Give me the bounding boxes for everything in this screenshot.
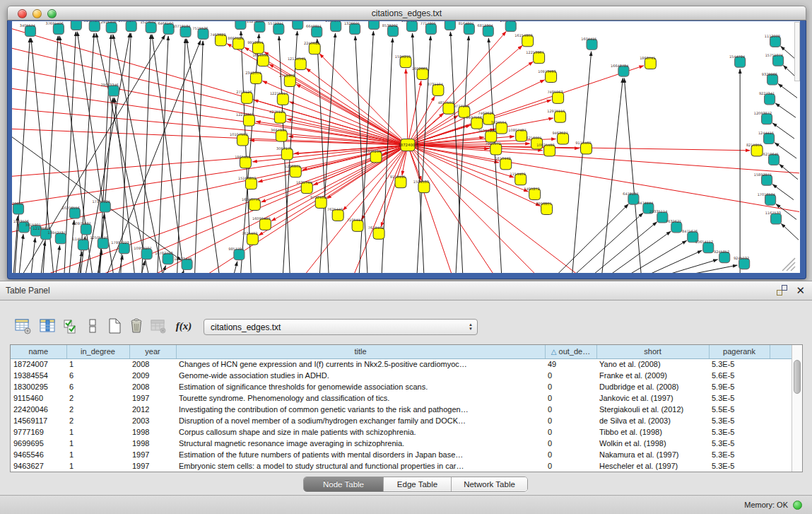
citation-edge-red[interactable]	[406, 69, 408, 145]
table-row[interactable]: 977716911998Corpus callosum shape and si…	[11, 426, 792, 438]
graph-node[interactable]	[369, 21, 379, 29]
citation-edge-black[interactable]	[56, 245, 60, 273]
graph-node-label: 7463822	[210, 33, 225, 37]
citation-edge-black[interactable]	[19, 234, 23, 273]
memory-indicator[interactable]	[793, 501, 802, 510]
column-header-pagerank[interactable]: pagerank	[709, 345, 770, 358]
citation-edge-black[interactable]	[608, 231, 671, 273]
table-settings-icon[interactable]	[13, 315, 33, 337]
citation-edge-red[interactable]	[12, 145, 408, 177]
graph-node-label: 1544794	[729, 54, 745, 59]
table-cell	[770, 404, 792, 415]
column-header-year[interactable]: year	[129, 345, 176, 358]
citation-edge-red[interactable]	[12, 145, 408, 205]
table-row[interactable]: 1872400712008Changes of HCN gene express…	[11, 358, 792, 370]
citation-edge-black[interactable]	[646, 250, 702, 273]
column-header-short[interactable]: short	[596, 345, 709, 358]
graph-node-label: 7515526	[192, 26, 208, 30]
select-column-icon[interactable]	[37, 315, 57, 337]
table-row[interactable]: 1938455462009Genome-wide association stu…	[11, 370, 792, 381]
table-cell: 6	[66, 370, 129, 381]
function-builder-icon[interactable]: f(x)	[174, 315, 194, 337]
table-scrollbar[interactable]	[792, 345, 802, 472]
citation-edge-black[interactable]	[233, 262, 237, 273]
canvas-scrollbar[interactable]	[794, 22, 800, 81]
table-scrollbar-thumb[interactable]	[794, 360, 801, 394]
citation-edge-red[interactable]	[227, 44, 408, 145]
graph-node-label: 12124549	[288, 57, 305, 61]
citation-edge-black[interactable]	[772, 123, 794, 139]
citation-edge-red[interactable]	[408, 145, 537, 273]
graph-node[interactable]	[126, 21, 136, 31]
citation-edge-red[interactable]	[408, 145, 799, 173]
network-window-titlebar[interactable]: citations_edges.txt	[7, 6, 806, 21]
citation-edge-black[interactable]	[195, 41, 204, 273]
table-row[interactable]: 969969511998Structural magnetic resonanc…	[11, 438, 792, 449]
table-row[interactable]: 946554611997Estimation of the future num…	[11, 449, 792, 460]
table-cell: 1	[66, 449, 129, 460]
close-panel-icon[interactable]: ✕	[796, 285, 805, 296]
citation-edge-black[interactable]	[152, 35, 184, 273]
citation-edge-black[interactable]	[574, 213, 643, 273]
tab-network-table[interactable]: Network Table	[452, 477, 527, 491]
citation-edge-black[interactable]	[778, 83, 797, 98]
column-header-name[interactable]: name	[11, 345, 66, 358]
table-selector[interactable]: citations_edges.txt ▲▼	[204, 319, 478, 335]
citation-edge-black[interactable]	[556, 204, 629, 273]
column-header-out_degree[interactable]: △out_de…	[545, 345, 596, 358]
float-window-icon[interactable]	[777, 285, 787, 296]
graph-node[interactable]	[293, 21, 303, 29]
graph-node[interactable]	[406, 21, 417, 31]
table-cell: 0	[545, 426, 596, 438]
graph-node-label: 8996805	[536, 201, 551, 206]
unselect-all-icon[interactable]	[83, 315, 102, 337]
table-cell: 1998	[129, 438, 176, 449]
new-document-icon[interactable]	[105, 315, 124, 337]
table-row[interactable]: 1830029562008Estimation of significance …	[11, 381, 792, 392]
citation-edge-black[interactable]	[187, 39, 220, 273]
graph-node[interactable]	[235, 21, 246, 29]
graph-node[interactable]	[89, 21, 100, 31]
table-panel-title: Table Panel	[6, 286, 50, 296]
column-header-in_degree[interactable]: in_degree	[66, 345, 129, 358]
network-canvas[interactable]: 3405574376914062029145819552329154081065…	[12, 21, 800, 273]
citation-edge-black[interactable]	[158, 36, 169, 273]
citation-edge-black[interactable]	[775, 103, 796, 117]
graph-node[interactable]	[505, 21, 516, 31]
citation-edge-black[interactable]	[15, 38, 30, 273]
citation-edge-black[interactable]	[107, 40, 201, 273]
citation-edge-red[interactable]	[408, 145, 579, 273]
table-row[interactable]: 2242004622012Investigating the contribut…	[11, 404, 792, 415]
table-row[interactable]: 946362711997Embryonic stem cells: a mode…	[11, 460, 792, 472]
table-cell: 1998	[129, 426, 176, 438]
graph-node[interactable]	[331, 21, 341, 31]
table-row[interactable]: 1456911722003Disruption of a novel membe…	[11, 415, 792, 426]
table-cell: 2008	[129, 358, 176, 370]
table-row[interactable]: 911546021997Tourette syndrome. Phenomeno…	[11, 392, 792, 404]
citation-edge-black[interactable]	[781, 223, 799, 240]
citation-edge-black[interactable]	[624, 78, 641, 273]
graph-node-label: 12923448	[174, 257, 192, 261]
citation-edge-black[interactable]	[627, 240, 686, 273]
citation-edge-black[interactable]	[31, 238, 35, 273]
resize-grip[interactable]	[782, 258, 795, 271]
graph-node[interactable]	[71, 21, 81, 30]
tab-edge-table[interactable]: Edge Table	[384, 477, 452, 491]
citation-edge-black[interactable]	[317, 39, 329, 273]
citation-edge-black[interactable]	[683, 265, 737, 273]
graph-node-label: 29335114	[649, 209, 667, 214]
citation-edge-red[interactable]	[408, 145, 799, 211]
citation-edge-red[interactable]	[408, 145, 452, 273]
delete-icon[interactable]	[126, 315, 146, 337]
citation-edge-black[interactable]	[602, 78, 623, 273]
table-panel-header[interactable]: Table Panel ✕	[0, 281, 812, 300]
table-cell: 5.3E-5	[709, 358, 770, 370]
citation-edge-black[interactable]	[177, 39, 186, 273]
select-all-icon[interactable]	[61, 315, 81, 337]
tab-node-table[interactable]: Node Table	[304, 477, 384, 491]
citation-edge-black[interactable]	[572, 52, 592, 273]
column-header-title[interactable]: title	[176, 345, 545, 358]
graph-node[interactable]	[445, 21, 455, 30]
network-view[interactable]: 3405574376914062029145819552329154081065…	[12, 21, 800, 273]
citation-edge-red[interactable]	[319, 54, 408, 145]
